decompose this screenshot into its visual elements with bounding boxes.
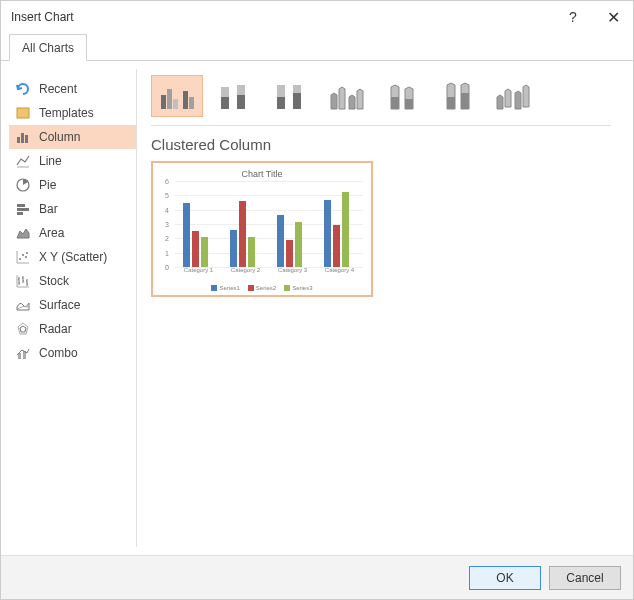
svg-rect-20	[221, 97, 229, 109]
subtype-3d-stacked-column[interactable]	[375, 75, 427, 117]
svg-rect-3	[25, 135, 28, 143]
sidebar-item-column[interactable]: Column	[9, 125, 136, 149]
svg-rect-6	[17, 208, 29, 211]
x-axis: Category 1Category 2Category 3Category 4	[175, 267, 363, 277]
sidebar-item-area[interactable]: Area	[9, 221, 136, 245]
scatter-chart-icon	[15, 249, 31, 265]
column-chart-icon	[15, 129, 31, 145]
sidebar-item-label: Recent	[39, 82, 136, 96]
sidebar-item-line[interactable]: Line	[9, 149, 136, 173]
tab-all-charts[interactable]: All Charts	[9, 34, 87, 61]
bar-chart-icon	[15, 201, 31, 217]
sidebar-item-label: Templates	[39, 106, 136, 120]
dialog-footer: OK Cancel	[1, 555, 633, 599]
subtype-clustered-column[interactable]	[151, 75, 203, 117]
insert-chart-dialog: Insert Chart ? ✕ All Charts Recent Templ…	[0, 0, 634, 600]
svg-rect-15	[167, 89, 172, 109]
subtype-100-stacked-column[interactable]	[263, 75, 315, 117]
sidebar-item-label: Line	[39, 154, 136, 168]
stock-chart-icon	[15, 273, 31, 289]
help-button[interactable]: ?	[553, 1, 593, 33]
svg-rect-0	[17, 108, 29, 118]
ok-button[interactable]: OK	[469, 566, 541, 590]
svg-rect-14	[161, 95, 166, 109]
subtype-title: Clustered Column	[151, 136, 611, 153]
svg-rect-1	[17, 137, 20, 143]
sidebar-item-label: Radar	[39, 322, 136, 336]
sidebar-item-recent[interactable]: Recent	[9, 77, 136, 101]
svg-rect-22	[237, 95, 245, 109]
svg-rect-26	[293, 93, 301, 109]
legend: Series1Series2Series3	[153, 285, 371, 291]
sidebar-item-label: X Y (Scatter)	[39, 250, 136, 264]
svg-rect-2	[21, 133, 24, 143]
svg-rect-17	[183, 91, 188, 109]
templates-icon	[15, 105, 31, 121]
sidebar-item-label: Bar	[39, 202, 136, 216]
svg-rect-7	[17, 212, 23, 215]
combo-chart-icon	[15, 345, 31, 361]
svg-point-8	[19, 258, 21, 260]
chart-title: Chart Title	[153, 163, 371, 179]
sidebar-item-label: Pie	[39, 178, 136, 192]
dialog-title: Insert Chart	[11, 10, 553, 24]
tabstrip: All Charts	[1, 33, 633, 61]
y-axis: 0123456	[153, 181, 171, 267]
svg-point-11	[26, 252, 28, 254]
surface-chart-icon	[15, 297, 31, 313]
chart-type-sidebar: Recent Templates Column Line Pie Bar	[9, 69, 137, 547]
subtype-3d-100-stacked-column[interactable]	[431, 75, 483, 117]
svg-rect-16	[173, 99, 178, 109]
recent-icon	[15, 81, 31, 97]
cancel-button[interactable]: Cancel	[549, 566, 621, 590]
sidebar-item-label: Surface	[39, 298, 136, 312]
svg-rect-24	[277, 97, 285, 109]
chart-preview[interactable]: Chart Title 0123456 Category 1Category 2…	[151, 161, 373, 297]
svg-point-10	[25, 256, 27, 258]
sidebar-item-label: Column	[39, 130, 136, 144]
subtype-row	[151, 75, 611, 117]
sidebar-item-templates[interactable]: Templates	[9, 101, 136, 125]
divider	[151, 125, 611, 126]
pie-chart-icon	[15, 177, 31, 193]
svg-point-9	[22, 254, 24, 256]
plot-area	[175, 181, 363, 267]
subtype-3d-clustered-column[interactable]	[319, 75, 371, 117]
subtype-3d-column[interactable]	[487, 75, 539, 117]
sidebar-item-surface[interactable]: Surface	[9, 293, 136, 317]
sidebar-item-scatter[interactable]: X Y (Scatter)	[9, 245, 136, 269]
sidebar-item-label: Area	[39, 226, 136, 240]
subtype-stacked-column[interactable]	[207, 75, 259, 117]
close-button[interactable]: ✕	[593, 1, 633, 33]
sidebar-item-combo[interactable]: Combo	[9, 341, 136, 365]
sidebar-item-label: Stock	[39, 274, 136, 288]
line-chart-icon	[15, 153, 31, 169]
svg-rect-18	[189, 97, 194, 109]
radar-chart-icon	[15, 321, 31, 337]
sidebar-item-radar[interactable]: Radar	[9, 317, 136, 341]
titlebar: Insert Chart ? ✕	[1, 1, 633, 33]
sidebar-item-label: Combo	[39, 346, 136, 360]
area-chart-icon	[15, 225, 31, 241]
dialog-body: Recent Templates Column Line Pie Bar	[1, 61, 633, 555]
sidebar-item-pie[interactable]: Pie	[9, 173, 136, 197]
sidebar-item-stock[interactable]: Stock	[9, 269, 136, 293]
svg-rect-5	[17, 204, 25, 207]
sidebar-item-bar[interactable]: Bar	[9, 197, 136, 221]
main-panel: Clustered Column Chart Title 0123456 Cat…	[137, 69, 625, 547]
